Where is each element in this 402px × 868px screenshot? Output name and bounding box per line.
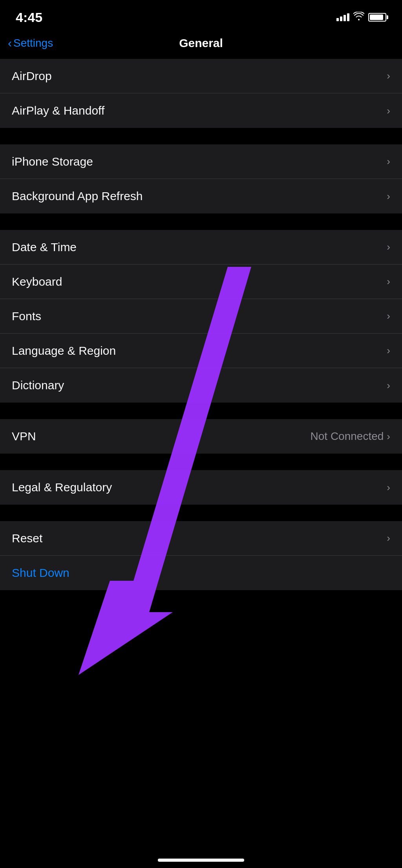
back-chevron-icon: ‹ <box>8 37 12 49</box>
settings-group-6: Reset › Shut Down <box>0 521 402 590</box>
signal-icon <box>336 13 349 21</box>
reset-row[interactable]: Reset › <box>0 521 402 556</box>
vpn-chevron-icon: › <box>387 430 390 443</box>
home-indicator <box>158 859 244 862</box>
airdrop-chevron-icon: › <box>387 70 390 82</box>
keyboard-chevron-icon: › <box>387 275 390 288</box>
back-label: Settings <box>13 37 53 49</box>
shutdown-label: Shut Down <box>12 566 69 580</box>
spacer-1 <box>0 129 402 144</box>
vpn-row[interactable]: VPN Not Connected › <box>0 419 402 454</box>
fonts-row[interactable]: Fonts › <box>0 299 402 334</box>
spacer-3 <box>0 403 402 419</box>
page-title: General <box>179 36 223 50</box>
shutdown-row[interactable]: Shut Down <box>0 556 402 590</box>
airplay-row[interactable]: AirPlay & Handoff › <box>0 93 402 128</box>
fonts-chevron-icon: › <box>387 310 390 322</box>
back-button[interactable]: ‹ Settings <box>8 37 53 49</box>
iphone-storage-chevron-icon: › <box>387 155 390 168</box>
spacer-2 <box>0 214 402 230</box>
legal-regulatory-label: Legal & Regulatory <box>12 481 112 494</box>
legal-regulatory-chevron-icon: › <box>387 481 390 494</box>
nav-header: ‹ Settings General <box>0 31 402 59</box>
settings-group-1: AirDrop › AirPlay & Handoff › <box>0 59 402 128</box>
spacer-4 <box>0 454 402 470</box>
date-time-row[interactable]: Date & Time › <box>0 230 402 264</box>
airplay-chevron-icon: › <box>387 105 390 117</box>
settings-group-2: iPhone Storage › Background App Refresh … <box>0 144 402 213</box>
battery-icon <box>368 13 386 22</box>
vpn-label: VPN <box>12 430 36 443</box>
airplay-label: AirPlay & Handoff <box>12 104 104 117</box>
language-region-chevron-icon: › <box>387 345 390 357</box>
background-refresh-row[interactable]: Background App Refresh › <box>0 179 402 213</box>
dictionary-row[interactable]: Dictionary › <box>0 368 402 403</box>
reset-label: Reset <box>12 532 42 545</box>
keyboard-row[interactable]: Keyboard › <box>0 264 402 299</box>
iphone-storage-label: iPhone Storage <box>12 155 93 168</box>
wifi-icon <box>353 12 364 23</box>
keyboard-label: Keyboard <box>12 275 62 288</box>
date-time-chevron-icon: › <box>387 241 390 253</box>
language-region-label: Language & Region <box>12 344 116 357</box>
date-time-label: Date & Time <box>12 241 77 254</box>
reset-chevron-icon: › <box>387 532 390 544</box>
background-refresh-label: Background App Refresh <box>12 190 143 203</box>
iphone-storage-row[interactable]: iPhone Storage › <box>0 144 402 179</box>
spacer-5 <box>0 505 402 521</box>
dictionary-chevron-icon: › <box>387 379 390 392</box>
vpn-value: Not Connected <box>311 430 384 443</box>
airdrop-row[interactable]: AirDrop › <box>0 59 402 93</box>
status-icons <box>336 12 386 23</box>
fonts-label: Fonts <box>12 310 41 323</box>
background-refresh-chevron-icon: › <box>387 190 390 202</box>
settings-group-4: VPN Not Connected › <box>0 419 402 454</box>
settings-group-5: Legal & Regulatory › <box>0 470 402 505</box>
status-bar: 4:45 <box>0 0 402 31</box>
dictionary-label: Dictionary <box>12 379 64 392</box>
language-region-row[interactable]: Language & Region › <box>0 334 402 368</box>
legal-regulatory-row[interactable]: Legal & Regulatory › <box>0 470 402 505</box>
status-time: 4:45 <box>16 10 42 25</box>
settings-group-3: Date & Time › Keyboard › Fonts › Languag… <box>0 230 402 403</box>
airdrop-label: AirDrop <box>12 69 52 83</box>
